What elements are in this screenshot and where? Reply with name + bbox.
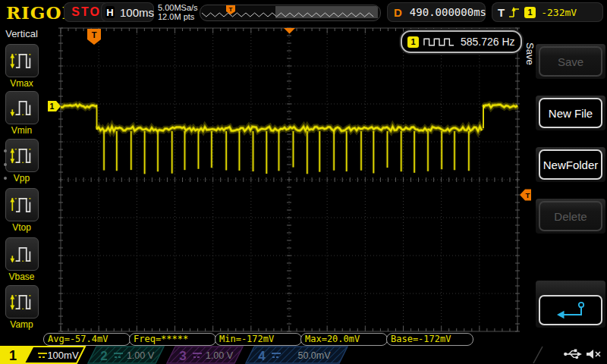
- thumb-trigger-marker: T: [226, 5, 235, 14]
- channel-status-bar: 1 100mV 2 1.00 V 3 1.00 V 4 50.: [0, 346, 607, 364]
- horizontal-label: H: [105, 6, 115, 18]
- delete-button[interactable]: Delete: [539, 201, 602, 231]
- channel-3-tab[interactable]: 3 1.00 V: [167, 347, 243, 363]
- vpp-icon: [5, 139, 39, 172]
- measurement-base: Base=-172mV: [386, 333, 473, 346]
- channel-2-number: 2: [100, 349, 107, 363]
- vmin-icon: [5, 91, 39, 124]
- channel-3-number: 3: [179, 349, 186, 363]
- status-divider: [533, 347, 543, 363]
- menu-item-vtop[interactable]: Vtop: [0, 188, 43, 233]
- channel-2-tab[interactable]: 2 1.00 V: [88, 347, 164, 363]
- measurement-min: Min=-172mV: [215, 333, 302, 346]
- svg-text:T: T: [229, 6, 233, 13]
- vamp-icon: [5, 285, 39, 318]
- slot-delete: Delete: [536, 199, 605, 234]
- trigger-level-value: -232mV: [541, 7, 577, 18]
- measurement-max: Max=20.0mV: [300, 333, 388, 346]
- vbase-icon: [5, 237, 39, 271]
- channel-4-number: 4: [258, 349, 266, 363]
- frequency-counter-badge: 1 585.726 Hz: [401, 30, 522, 53]
- measurement-avg: Avg=-57.4mV: [43, 333, 131, 346]
- new-folder-button[interactable]: NewFolder: [539, 149, 602, 180]
- channel-1-number: 1: [9, 348, 17, 363]
- channel-2-scale: 1.00 V: [127, 350, 155, 361]
- sample-rate: 5.00MSa/s: [158, 3, 198, 12]
- oscilloscope-screen: { "header": { "logo": "RIGOL", "run_stat…: [0, 0, 607, 364]
- svg-text:T: T: [526, 191, 530, 199]
- save-button[interactable]: Save: [539, 46, 602, 77]
- channel-1-tab[interactable]: 1 100mV: [1, 347, 85, 363]
- vamp-label: Vamp: [0, 319, 43, 330]
- vmin-label: Vmin: [0, 125, 43, 136]
- menu-item-vmax[interactable]: Vmax: [0, 44, 43, 89]
- trigger-source-badge: 1: [524, 7, 536, 18]
- return-arrow-icon: [554, 300, 587, 321]
- trigger-label: T: [498, 6, 505, 19]
- header-bar: RIGOL STOP H 100ms 5.00MSa/s 12.0M pts T…: [0, 0, 607, 24]
- horizontal-scale-box: H 100ms: [101, 2, 154, 22]
- rising-edge-icon: [508, 6, 520, 19]
- slot-back: [536, 281, 605, 328]
- menu-item-vamp[interactable]: Vamp: [0, 285, 43, 330]
- channel-1-offset-marker[interactable]: 1: [48, 101, 61, 111]
- frequency-value: 585.726 Hz: [461, 36, 515, 48]
- delay-box: D 490.000000ms: [387, 2, 486, 22]
- menu-item-vbase[interactable]: Vbase: [0, 237, 43, 282]
- vtop-icon: [5, 188, 39, 221]
- page-indicator-dot: [4, 149, 7, 152]
- center-position-indicator: [284, 28, 295, 34]
- square-wave-icon: [423, 36, 455, 47]
- channel-4-scale: 50.0mV: [297, 350, 331, 361]
- measurement-freq: Freq=*****: [129, 333, 216, 346]
- page-indicator-dot: [4, 177, 7, 180]
- acquisition-info: 5.00MSa/s 12.0M pts: [158, 3, 198, 21]
- slot-new-folder: NewFolder: [536, 147, 605, 182]
- channel-4-tab[interactable]: 4 50.0mV: [246, 347, 348, 363]
- vtop-label: Vtop: [0, 222, 43, 233]
- channel-3-scale: 1.00 V: [206, 350, 234, 361]
- waveform-display: TT1: [43, 24, 531, 332]
- delay-value: 490.000000ms: [410, 6, 486, 18]
- back-button[interactable]: [539, 295, 602, 325]
- new-file-button[interactable]: New File: [539, 98, 602, 128]
- menu-item-vmin[interactable]: Vmin: [0, 91, 43, 136]
- left-measure-menu: Vertical Vmax Vmin Vpp Vtop Vbase Vamp: [0, 24, 43, 346]
- usb-icon: [563, 347, 583, 364]
- memory-waveform-preview: T: [200, 5, 379, 19]
- delay-label: D: [394, 6, 402, 19]
- svg-text:1: 1: [50, 102, 55, 111]
- trigger-box: T 1 -232mV: [492, 2, 603, 22]
- memory-position-bar[interactable]: T: [200, 5, 381, 21]
- menu-tab-save: Save: [524, 42, 536, 79]
- trigger-position-marker[interactable]: T: [87, 29, 101, 45]
- horizontal-scale-value: 100ms: [120, 6, 154, 19]
- left-menu-title: Vertical: [0, 28, 43, 39]
- vmax-icon: [5, 44, 39, 77]
- speaker-muted-icon: [584, 347, 602, 364]
- slot-new-file: New File: [536, 96, 605, 130]
- memory-depth: 12.0M pts: [158, 12, 198, 21]
- freq-source-badge: 1: [407, 36, 419, 48]
- slot-save: Save: [536, 44, 605, 79]
- trigger-level-marker[interactable]: T: [520, 190, 531, 201]
- svg-text:T: T: [92, 30, 97, 39]
- vmax-label: Vmax: [0, 78, 43, 89]
- page-indicator-dot: [4, 163, 7, 166]
- vbase-label: Vbase: [0, 271, 43, 282]
- displayed-window-region: [275, 6, 378, 18]
- channel-1-scale: 100mV: [47, 350, 79, 361]
